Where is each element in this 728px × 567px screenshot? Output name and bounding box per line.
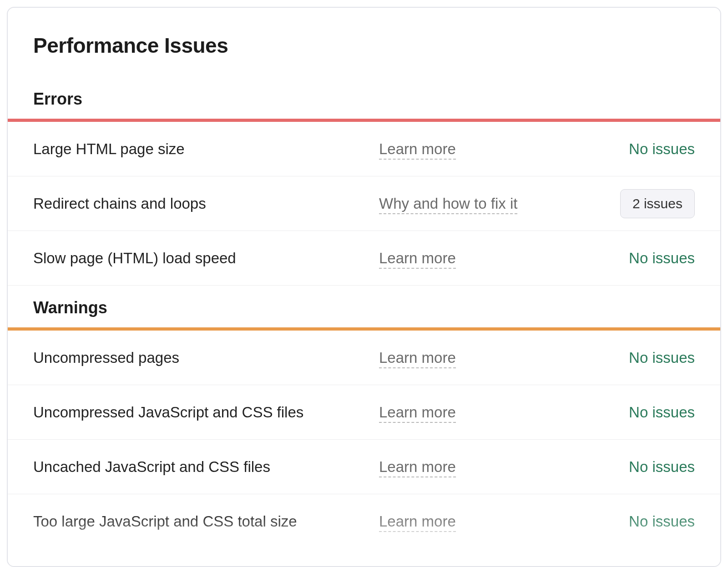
- issue-row: Uncached JavaScript and CSS files Learn …: [8, 440, 720, 494]
- performance-issues-panel: Performance Issues Errors Large HTML pag…: [7, 7, 721, 567]
- issue-name: Large HTML page size: [33, 140, 379, 158]
- status-no-issues: No issues: [629, 250, 695, 266]
- status-no-issues: No issues: [629, 404, 695, 421]
- issue-name: Uncompressed pages: [33, 349, 379, 366]
- learn-more-link[interactable]: Learn more: [379, 513, 456, 532]
- errors-separator: [8, 119, 720, 122]
- issue-row: Uncompressed JavaScript and CSS files Le…: [8, 385, 720, 440]
- issues-count-badge[interactable]: 2 issues: [620, 189, 695, 218]
- status-no-issues: No issues: [629, 140, 695, 157]
- warnings-separator: [8, 327, 720, 331]
- learn-more-link[interactable]: Learn more: [379, 140, 456, 160]
- warnings-heading: Warnings: [8, 286, 720, 327]
- status-no-issues: No issues: [629, 349, 695, 366]
- status-no-issues: No issues: [629, 458, 695, 475]
- issue-row: Slow page (HTML) load speed Learn more N…: [8, 231, 720, 286]
- status-no-issues: No issues: [629, 513, 695, 530]
- learn-more-link[interactable]: Learn more: [379, 404, 456, 423]
- issue-name: Slow page (HTML) load speed: [33, 250, 379, 267]
- issue-row: Too large JavaScript and CSS total size …: [8, 494, 720, 549]
- errors-heading: Errors: [8, 77, 720, 119]
- issue-row: Large HTML page size Learn more No issue…: [8, 122, 720, 176]
- issue-name: Too large JavaScript and CSS total size: [33, 513, 379, 530]
- issue-name: Redirect chains and loops: [33, 195, 379, 212]
- learn-more-link[interactable]: Learn more: [379, 349, 456, 368]
- learn-more-link[interactable]: Learn more: [379, 458, 456, 477]
- learn-more-link[interactable]: Learn more: [379, 250, 456, 269]
- issue-name: Uncompressed JavaScript and CSS files: [33, 404, 379, 421]
- issue-row: Redirect chains and loops Why and how to…: [8, 176, 720, 231]
- page-title: Performance Issues: [8, 33, 720, 77]
- why-and-how-link[interactable]: Why and how to fix it: [379, 195, 517, 214]
- issue-name: Uncached JavaScript and CSS files: [33, 458, 379, 476]
- issue-row: Uncompressed pages Learn more No issues: [8, 331, 720, 385]
